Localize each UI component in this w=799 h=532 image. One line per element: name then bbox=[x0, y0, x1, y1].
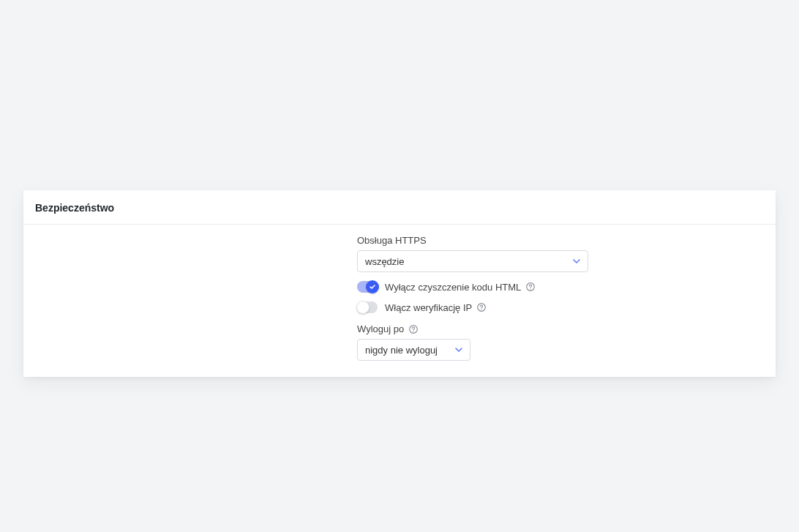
toggle-knob bbox=[366, 280, 379, 293]
logout-select-value: nigdy nie wyloguj bbox=[365, 345, 438, 356]
logout-label-row: Wyloguj po bbox=[357, 323, 764, 334]
enable-ip-verify-row: Włącz weryfikację IP bbox=[357, 301, 764, 313]
security-panel-body: Obsługa HTTPS wszędzie Wyłącz czyszczeni… bbox=[23, 225, 776, 377]
chevron-down-icon bbox=[573, 258, 580, 265]
enable-ip-verify-toggle[interactable] bbox=[357, 301, 378, 313]
disable-html-clean-toggle[interactable] bbox=[357, 281, 378, 293]
logout-label: Wyloguj po bbox=[357, 323, 404, 334]
security-form: Obsługa HTTPS wszędzie Wyłącz czyszczeni… bbox=[357, 235, 764, 361]
logout-select[interactable]: nigdy nie wyloguj bbox=[357, 339, 470, 361]
svg-point-3 bbox=[481, 309, 482, 310]
disable-html-clean-row: Wyłącz czyszczenie kodu HTML bbox=[357, 281, 764, 293]
help-icon[interactable] bbox=[408, 324, 419, 334]
https-select[interactable]: wszędzie bbox=[357, 250, 588, 272]
https-label: Obsługa HTTPS bbox=[357, 235, 764, 246]
https-select-value: wszędzie bbox=[365, 256, 404, 267]
svg-point-5 bbox=[413, 331, 414, 331]
svg-point-1 bbox=[530, 288, 531, 289]
enable-ip-verify-label: Włącz weryfikację IP bbox=[385, 302, 472, 313]
help-icon[interactable] bbox=[476, 302, 487, 312]
left-spacer bbox=[35, 235, 357, 361]
security-panel-title: Bezpieczeństwo bbox=[35, 202, 764, 214]
toggle-knob bbox=[356, 301, 370, 314]
security-panel-header: Bezpieczeństwo bbox=[23, 190, 776, 225]
security-panel: Bezpieczeństwo Obsługa HTTPS wszędzie bbox=[23, 190, 776, 377]
chevron-down-icon bbox=[455, 346, 462, 353]
https-field: Obsługa HTTPS wszędzie bbox=[357, 235, 764, 272]
disable-html-clean-label: Wyłącz czyszczenie kodu HTML bbox=[385, 282, 521, 293]
help-icon[interactable] bbox=[525, 282, 536, 292]
